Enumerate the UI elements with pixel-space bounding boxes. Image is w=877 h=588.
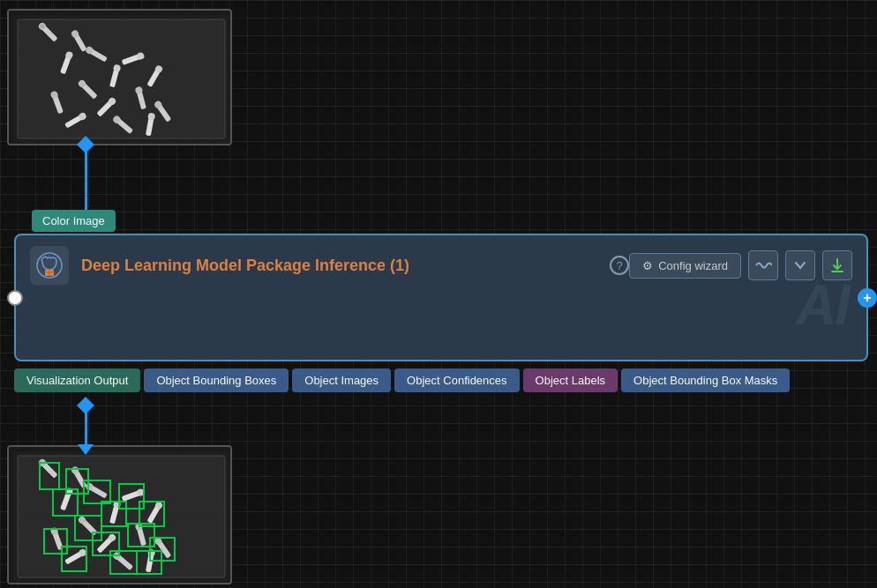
tab-bb-masks-label: Object Bounding Box Masks: [633, 374, 777, 387]
tab-object-images[interactable]: Object Images: [292, 368, 391, 392]
screws-detected-svg: [9, 447, 232, 584]
config-wizard-label: Config wizard: [658, 259, 728, 272]
tab-labels-label: Object Labels: [536, 374, 606, 387]
top-image-node: [7, 9, 232, 145]
bottom-image-node: [7, 445, 232, 584]
tab-visualization-label: Visualization Output: [26, 374, 128, 387]
right-connector-dot[interactable]: +: [858, 288, 877, 308]
tab-visualization-output[interactable]: Visualization Output: [14, 368, 140, 392]
chevron-down-icon: [793, 258, 807, 272]
tab-confidences-label: Object Confidences: [407, 374, 506, 387]
config-wizard-button[interactable]: ⚙ Config wizard: [629, 253, 741, 279]
tab-object-images-label: Object Images: [304, 374, 379, 387]
inference-card: + Deep Learning Model Package Inference …: [14, 234, 868, 361]
brain-icon: [34, 249, 65, 281]
card-header: Deep Learning Model Package Inference (1…: [16, 235, 866, 292]
wave-icon: [754, 258, 772, 272]
card-icon: [30, 246, 69, 285]
tab-object-bb-masks[interactable]: Object Bounding Box Masks: [621, 368, 790, 392]
tab-object-bounding-boxes[interactable]: Object Bounding Boxes: [144, 368, 289, 392]
config-gear-icon: ⚙: [642, 259, 653, 272]
card-title: Deep Learning Model Package Inference (1…: [81, 257, 601, 275]
connector-arrow-bottom: [78, 444, 94, 455]
wave-action-button[interactable]: [748, 250, 778, 280]
help-icon[interactable]: ?: [610, 256, 629, 275]
output-tabs-container: Visualization Output Object Bounding Box…: [14, 368, 793, 392]
top-image-inner: [9, 11, 230, 144]
left-connector-dot[interactable]: [7, 290, 23, 306]
download-icon: [830, 257, 844, 273]
screws-image-svg: [9, 11, 230, 144]
bottom-image-inner: [9, 447, 230, 583]
tab-object-confidences[interactable]: Object Confidences: [394, 368, 519, 392]
al-watermark: AI: [796, 272, 849, 338]
color-image-label: Color Image: [32, 210, 116, 232]
watermark-text: AI: [796, 273, 849, 337]
tab-bounding-boxes-label: Object Bounding Boxes: [156, 374, 276, 387]
tab-object-labels[interactable]: Object Labels: [523, 368, 618, 392]
color-image-text: Color Image: [42, 214, 105, 227]
